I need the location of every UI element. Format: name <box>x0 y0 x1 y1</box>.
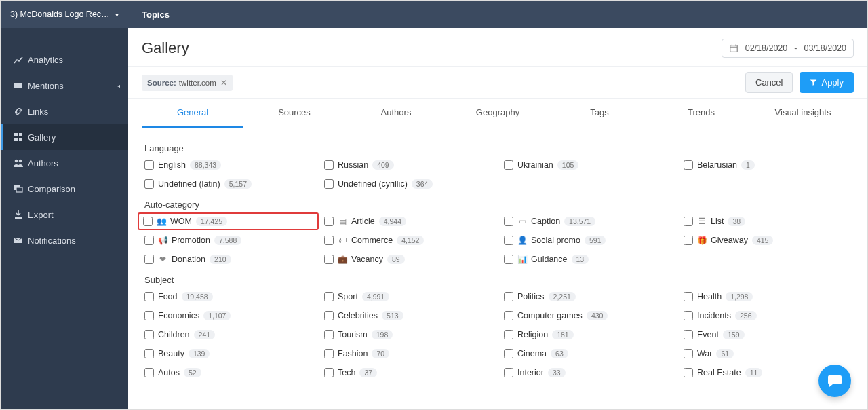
checkbox[interactable] <box>324 330 334 339</box>
opt-russian[interactable]: Russian409 <box>321 159 494 171</box>
opt-children[interactable]: Children241 <box>142 329 315 341</box>
nav-item-analytics[interactable]: Analytics <box>1 47 128 73</box>
opt-tourism[interactable]: Tourism198 <box>321 329 494 341</box>
opt-celebrities[interactable]: Celebrities513 <box>321 310 494 322</box>
checkbox[interactable] <box>144 330 154 339</box>
opt-vacancy[interactable]: 💼Vacancy89 <box>321 253 494 265</box>
checkbox[interactable] <box>143 217 153 226</box>
checkbox[interactable] <box>324 217 334 226</box>
opt-interior[interactable]: Interior33 <box>501 367 674 379</box>
opt-english[interactable]: English88,343 <box>142 159 315 171</box>
checkbox[interactable] <box>324 160 334 170</box>
opt-promotion[interactable]: 📢Promotion7,588 <box>142 234 315 246</box>
checkbox[interactable] <box>324 349 334 358</box>
checkbox[interactable] <box>324 311 334 320</box>
checkbox[interactable] <box>144 255 154 264</box>
nav-item-notifications[interactable]: Notifications <box>1 227 128 253</box>
analytics-icon <box>13 54 28 65</box>
opt-commerce[interactable]: 🏷Commerce4,152 <box>321 234 494 246</box>
checkbox[interactable] <box>684 368 693 377</box>
checkbox[interactable] <box>324 236 334 245</box>
checkbox[interactable] <box>504 292 513 301</box>
checkbox[interactable] <box>684 217 693 226</box>
checkbox[interactable] <box>324 292 334 301</box>
nav-item-gallery[interactable]: Gallery <box>1 124 128 150</box>
checkbox[interactable] <box>504 236 513 245</box>
opt-event[interactable]: Event159 <box>681 329 854 341</box>
tab-general[interactable]: General <box>142 99 243 128</box>
checkbox[interactable] <box>144 311 154 320</box>
checkbox[interactable] <box>144 236 154 245</box>
checkbox[interactable] <box>504 368 513 377</box>
checkbox[interactable] <box>684 311 693 320</box>
opt-war[interactable]: War61 <box>681 348 854 360</box>
apply-button[interactable]: Apply <box>800 72 854 93</box>
checkbox[interactable] <box>504 311 513 320</box>
opt-list[interactable]: ☰List38 <box>681 215 854 227</box>
tab-sources[interactable]: Sources <box>243 99 345 128</box>
checkbox[interactable] <box>504 160 513 170</box>
section-title-language: Language <box>144 143 854 153</box>
opt-food[interactable]: Food19,458 <box>142 291 315 303</box>
checkbox[interactable] <box>504 217 513 226</box>
close-icon[interactable]: ✕ <box>219 78 227 88</box>
opt-fashion[interactable]: Fashion70 <box>321 348 494 360</box>
checkbox[interactable] <box>504 330 513 339</box>
filter-chip-source[interactable]: Source: twitter.com ✕ <box>142 75 233 91</box>
checkbox[interactable] <box>684 330 693 339</box>
opt-donation[interactable]: ❤Donation210 <box>142 253 315 265</box>
opt-tech[interactable]: Tech37 <box>321 367 494 379</box>
checkbox[interactable] <box>144 349 154 358</box>
checkbox[interactable] <box>684 236 693 245</box>
nav-item-export[interactable]: Export <box>1 202 128 227</box>
tab-geography[interactable]: Geography <box>447 99 549 128</box>
svg-point-5 <box>15 160 18 163</box>
checkbox[interactable] <box>324 255 334 264</box>
opt-social-promo[interactable]: 👤Social promo591 <box>501 234 674 246</box>
opt-beauty[interactable]: Beauty139 <box>142 348 315 360</box>
checkbox[interactable] <box>144 160 154 170</box>
svg-point-6 <box>19 160 22 163</box>
checkbox[interactable] <box>684 160 693 170</box>
checkbox[interactable] <box>324 179 334 189</box>
tab-authors[interactable]: Authors <box>345 99 447 128</box>
opt-wom[interactable]: 👥WOM17,425 <box>138 212 319 230</box>
opt-computer-games[interactable]: Computer games430 <box>501 310 674 322</box>
opt-religion[interactable]: Religion181 <box>501 329 674 341</box>
project-selector[interactable]: 3) McDonalds Logo Reco… ▾ <box>1 1 128 28</box>
opt-undefined-cyrillic[interactable]: Undefined (cyrillic)364 <box>321 178 494 190</box>
opt-autos[interactable]: Autos52 <box>142 367 315 379</box>
checkbox[interactable] <box>684 349 693 358</box>
checkbox[interactable] <box>324 368 334 377</box>
nav-item-authors[interactable]: Authors <box>1 150 128 176</box>
date-range-picker[interactable]: 02/18/2020 - 03/18/2020 <box>722 39 854 58</box>
opt-article[interactable]: ▤Article4,944 <box>321 215 494 227</box>
cancel-button[interactable]: Cancel <box>745 72 793 93</box>
nav-item-links[interactable]: Links <box>1 98 128 124</box>
tab-trends[interactable]: Trends <box>650 99 752 128</box>
chat-button[interactable] <box>818 365 851 397</box>
opt-health[interactable]: Health1,298 <box>681 291 854 303</box>
opt-caption[interactable]: ▭Caption13,571 <box>501 215 674 227</box>
checkbox[interactable] <box>504 255 513 264</box>
opt-guidance[interactable]: 📊Guidance13 <box>501 253 674 265</box>
tab-tags[interactable]: Tags <box>549 99 650 128</box>
gallery-icon <box>13 132 28 143</box>
opt-giveaway[interactable]: 🎁Giveaway415 <box>681 234 854 246</box>
opt-ukrainian[interactable]: Ukrainian105 <box>501 159 674 171</box>
opt-sport[interactable]: Sport4,991 <box>321 291 494 303</box>
nav-item-comparison[interactable]: Comparison <box>1 176 128 202</box>
checkbox[interactable] <box>144 368 154 377</box>
checkbox[interactable] <box>144 292 154 301</box>
opt-cinema[interactable]: Cinema63 <box>501 348 674 360</box>
opt-economics[interactable]: Economics1,107 <box>142 310 315 322</box>
tab-visual-insights[interactable]: Visual insights <box>752 99 854 128</box>
opt-belarusian[interactable]: Belarusian1 <box>681 159 854 171</box>
checkbox[interactable] <box>144 179 154 189</box>
nav-item-mentions[interactable]: Mentions ◂ <box>1 73 128 98</box>
checkbox[interactable] <box>684 292 693 301</box>
opt-undefined-latin[interactable]: Undefined (latin)5,157 <box>142 178 315 190</box>
opt-politics[interactable]: Politics2,251 <box>501 291 674 303</box>
checkbox[interactable] <box>504 349 513 358</box>
opt-incidents[interactable]: Incidents256 <box>681 310 854 322</box>
